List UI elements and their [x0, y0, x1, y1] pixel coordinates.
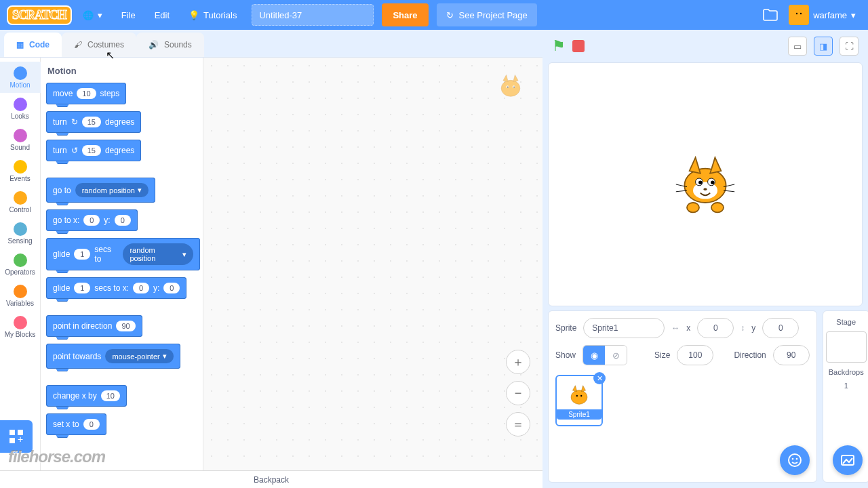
block-turn-ccw[interactable]: turn↺15degrees	[46, 140, 141, 161]
workspace-sprite-watermark	[495, 71, 526, 102]
svg-text:+: +	[18, 434, 23, 445]
language-menu[interactable]: 🌐▾	[75, 0, 111, 30]
sprite-direction-input[interactable]	[773, 345, 810, 365]
script-workspace[interactable]: ＋ − ＝	[203, 58, 542, 470]
svg-point-0	[793, 9, 805, 21]
sprite-name-input[interactable]	[583, 318, 665, 338]
stage-small-button[interactable]: ▭	[788, 37, 807, 56]
category-operators[interactable]: Operators	[0, 249, 41, 280]
block-categories: MotionLooksSoundEventsControlSensingOper…	[0, 58, 41, 470]
svg-marker-15	[690, 157, 701, 173]
category-variables[interactable]: Variables	[0, 280, 41, 311]
block-point-direction[interactable]: point in direction90	[46, 315, 142, 337]
scratch-logo[interactable]: SCRATCH	[7, 5, 72, 25]
svg-point-28	[711, 203, 724, 212]
category-dot-icon	[14, 160, 27, 174]
svg-rect-12	[9, 438, 15, 443]
category-dot-icon	[14, 253, 27, 267]
svg-marker-4	[503, 75, 508, 82]
see-project-page-button[interactable]: ↻See Project Page	[437, 3, 537, 26]
block-set-x[interactable]: set x to0	[46, 413, 106, 435]
svg-point-9	[513, 87, 515, 88]
lightbulb-icon: 💡	[189, 10, 199, 20]
category-dot-icon	[14, 191, 27, 205]
add-extension-button[interactable]: +	[0, 420, 33, 453]
zoom-reset-button[interactable]: ＝	[506, 412, 530, 436]
category-looks[interactable]: Looks	[0, 93, 41, 124]
file-menu[interactable]: File	[113, 0, 144, 30]
svg-point-8	[507, 87, 509, 88]
block-glide-xy[interactable]: glide1secs to x:0y:0	[46, 277, 186, 299]
svg-point-27	[687, 203, 699, 212]
sprite-x-input[interactable]	[697, 318, 734, 338]
green-flag-button[interactable]: ⚑	[552, 37, 566, 55]
zoom-controls: ＋ − ＝	[506, 350, 530, 436]
editor-pane: ▦Code 🖌Costumes 🔊Sounds MotionLooksSound…	[0, 30, 542, 488]
share-button[interactable]: Share	[382, 3, 428, 26]
svg-marker-16	[710, 157, 721, 173]
menubar: SCRATCH 🌐▾ File Edit 💡Tutorials Share ↻S…	[0, 0, 868, 30]
backdrops-count: 1	[844, 382, 848, 390]
zoom-out-button[interactable]: −	[506, 381, 530, 405]
folder-icon[interactable]	[760, 5, 781, 25]
stage-canvas[interactable]	[548, 62, 863, 306]
category-events[interactable]: Events	[0, 155, 41, 186]
category-dot-icon	[14, 316, 27, 329]
svg-point-34	[789, 454, 801, 466]
tutorials-menu[interactable]: 💡Tutorials	[180, 0, 245, 30]
block-change-x[interactable]: change x by10	[46, 385, 127, 407]
edit-menu[interactable]: Edit	[146, 0, 178, 30]
avatar	[789, 5, 809, 25]
category-sensing[interactable]: Sensing	[0, 218, 41, 249]
stop-button[interactable]	[572, 40, 585, 52]
svg-point-2	[800, 13, 802, 14]
show-button[interactable]: ◉	[583, 346, 605, 365]
delete-sprite-button[interactable]: ✕	[593, 372, 606, 384]
category-my-blocks[interactable]: My Blocks	[0, 311, 41, 342]
category-sound[interactable]: Sound	[0, 124, 41, 155]
block-move-steps[interactable]: move10steps	[46, 83, 126, 104]
tab-costumes[interactable]: 🖌Costumes	[62, 33, 136, 57]
category-dot-icon	[14, 129, 27, 142]
refresh-icon: ↻	[446, 10, 454, 20]
svg-point-1	[796, 13, 797, 14]
block-point-towards[interactable]: point towardsmouse-pointer ▾	[46, 344, 180, 369]
user-menu[interactable]: warfame ▾	[783, 5, 861, 25]
stage-fullscreen-button[interactable]: ⛶	[840, 37, 859, 56]
hide-button[interactable]: ⊘	[605, 346, 627, 365]
svg-point-20	[698, 181, 702, 184]
svg-marker-5	[513, 75, 518, 82]
tab-code[interactable]: ▦Code	[4, 33, 62, 57]
block-goto[interactable]: go torandom position ▾	[46, 178, 155, 203]
svg-point-21	[711, 181, 714, 184]
sprite-card-sprite1[interactable]: ✕ Sprite1	[555, 375, 603, 426]
block-palette: Motion move10steps turn↻15degrees turn↺1…	[41, 58, 203, 470]
stage-thumbnail[interactable]	[826, 331, 867, 363]
block-turn-cw[interactable]: turn↻15degrees	[46, 111, 141, 133]
stage-large-button[interactable]: ◨	[814, 37, 833, 56]
stage-selector: Stage Backdrops 1	[823, 310, 868, 483]
add-backdrop-button[interactable]	[833, 445, 863, 475]
svg-point-32	[576, 394, 578, 396]
category-motion[interactable]: Motion	[0, 62, 41, 93]
sprite-info-panel: Sprite ↔ x ↕ y Show ◉ ⊘ Size	[548, 310, 817, 483]
block-glide[interactable]: glide1secs torandom position ▾	[46, 238, 200, 270]
sprite-size-input[interactable]	[677, 345, 713, 365]
stage-sprite-cat[interactable]	[675, 154, 736, 215]
backpack-panel[interactable]: Backpack	[0, 470, 542, 488]
sprite-y-input[interactable]	[762, 318, 799, 338]
svg-point-29	[571, 390, 587, 404]
svg-marker-30	[572, 385, 576, 391]
svg-rect-10	[9, 430, 15, 435]
zoom-in-button[interactable]: ＋	[506, 350, 530, 374]
sprite-list: ✕ Sprite1	[555, 375, 810, 426]
editor-tabs: ▦Code 🖌Costumes 🔊Sounds	[0, 30, 542, 57]
stage-header: ⚑ ▭ ◨ ⛶	[548, 34, 863, 58]
tab-sounds[interactable]: 🔊Sounds	[136, 33, 204, 57]
block-goto-xy[interactable]: go to x:0y:0	[46, 209, 138, 231]
project-title-input[interactable]	[252, 4, 374, 26]
category-control[interactable]: Control	[0, 186, 41, 218]
add-sprite-button[interactable]	[780, 445, 810, 475]
stage-pane: ⚑ ▭ ◨ ⛶ Sprite ↔ x ↕ y	[542, 30, 868, 488]
palette-heading: Motion	[47, 66, 200, 76]
